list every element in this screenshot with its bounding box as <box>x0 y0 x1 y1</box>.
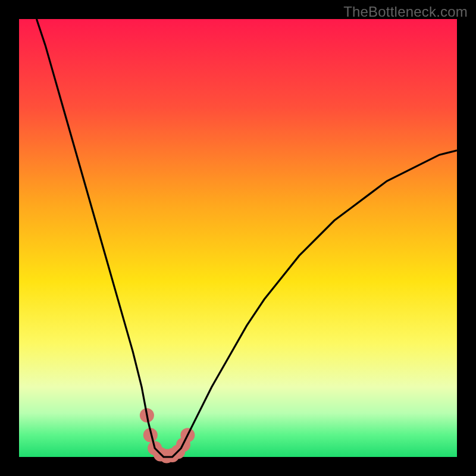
plot-background <box>19 19 457 457</box>
bottleneck-plot <box>0 0 476 476</box>
watermark-text: TheBottleneck.com <box>343 4 468 20</box>
chart-canvas: TheBottleneck.com <box>0 0 476 476</box>
